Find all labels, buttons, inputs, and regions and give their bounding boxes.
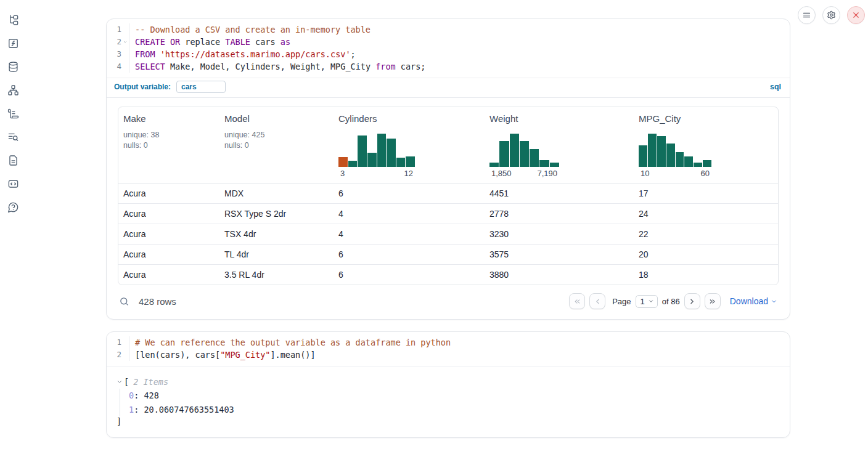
column-header-cylinders[interactable]: Cylinders312 [334,107,485,183]
next-page-button[interactable] [684,293,700,309]
table-cell: Acura [118,270,219,280]
table-cell: 4 [334,209,485,219]
fold-chevron-icon[interactable] [121,36,129,48]
column-header-model[interactable]: Modelunique: 425nulls: 0 [219,107,334,183]
code-line[interactable]: 1# We can reference the output variable … [107,336,790,349]
sql-cell: 1-- Download a CSV and create an in-memo… [106,18,790,320]
first-page-button[interactable] [569,293,585,309]
table-row[interactable]: AcuraTL 4dr6357520 [118,244,778,264]
hamburger-menu-icon [802,10,811,20]
table-row[interactable]: AcuraRSX Type S 2dr4277824 [118,203,778,224]
column-histogram: 1,8507,190 [489,134,559,178]
gear-icon [827,10,836,20]
histogram-bar [539,160,549,167]
variables-icon [7,38,19,49]
histogram-bar [348,161,358,167]
code-line[interactable]: 1-- Download a CSV and create an in-memo… [107,23,790,36]
histogram-bar [499,141,509,167]
code-line[interactable]: 2CREATE OR replace TABLE cars as [107,36,790,48]
chevrons-right-icon [708,297,716,305]
column-header-make[interactable]: Makeunique: 38nulls: 0 [118,107,219,183]
table-row[interactable]: AcuraMDX6445117 [118,183,778,203]
sidebar-button-documentation[interactable] [6,153,20,167]
python-cell: 1# We can reference the output variable … [106,331,790,438]
histogram-range-labels: 1,8507,190 [489,169,559,178]
histogram-bar [530,149,539,167]
table-cell: 3575 [485,249,634,259]
table-cell: RSX Type S 2dr [219,209,334,219]
histogram-bar [550,163,559,167]
output-tree-children: 0: 4281: 20.060747663551403 [120,389,779,416]
settings-button[interactable] [822,6,840,24]
line-number-gutter: 1 [107,336,129,349]
line-number-gutter: 2 [107,36,129,48]
results-table: Makeunique: 38nulls: 0Modelunique: 425nu… [118,107,779,285]
logs-icon [7,108,19,119]
histogram-bar [338,157,348,167]
column-header-weight[interactable]: Weight1,8507,190 [485,107,634,183]
table-row[interactable]: AcuraTSX 4dr4323022 [118,224,778,244]
sidebar-button-help[interactable] [6,200,20,214]
collapse-toggle-button[interactable] [117,379,123,385]
code-line[interactable]: 3FROM 'https://datasets.marimo.app/cars.… [107,48,790,60]
histogram-range-labels: 312 [338,169,415,178]
last-page-button[interactable] [705,293,721,309]
search-button[interactable] [119,296,129,307]
sidebar-button-file-explorer[interactable] [6,13,20,26]
menu-button[interactable] [798,6,816,24]
line-number-gutter: 3 [107,48,129,60]
code-line[interactable]: 2[len(cars), cars["MPG_City"].mean()] [107,349,790,361]
python-code-editor[interactable]: 1# We can reference the output variable … [107,332,790,366]
sql-code-editor[interactable]: 1-- Download a CSV and create an in-memo… [107,19,790,78]
table-cell: TL 4dr [219,249,334,259]
output-list-item: 0: 428 [129,389,779,403]
shutdown-button[interactable] [847,6,865,24]
sidebar-button-variables[interactable] [6,36,20,50]
sidebar-button-dependency-graph[interactable] [6,83,20,97]
previous-page-button[interactable] [589,293,605,309]
table-cell: 2778 [485,209,634,219]
download-button[interactable]: Download [730,296,777,306]
table-cell: Acura [118,229,219,239]
output-variable-label: Output variable: [114,83,171,91]
output-tree-head: [ 2 Items [117,375,779,389]
output-variable-input[interactable] [176,81,226,93]
table-row[interactable]: Acura3.5 RL 4dr6388018 [118,264,778,285]
open-bracket: [ [124,375,129,389]
datasources-icon [7,61,19,73]
histogram-bar [510,134,519,167]
scratchpad-search-icon [7,131,19,143]
sidebar-button-scratchpad-search[interactable] [6,130,20,144]
item-index: 0 [129,390,134,400]
table-cell: MDX [219,188,334,198]
output-variable-row: Output variable: sql [107,78,790,98]
output-list-item: 1: 20.060747663551403 [129,403,779,417]
column-header-mpg_city[interactable]: MPG_City1060 [634,107,778,183]
page-select[interactable]: 1 [636,295,658,308]
sidebar-button-datasources[interactable] [6,60,20,73]
table-cell: Acura [118,249,219,259]
column-title: Weight [489,113,629,124]
histogram-bar [406,156,415,167]
sidebar-icon-rail [0,0,26,214]
pagination: Page 1 of 86 Download [569,293,777,309]
histogram-bar [657,136,666,167]
item-value: 20.060747663551403 [144,405,234,415]
histogram-bar [387,139,396,167]
table-footer: 428 rows Page 1 of 86 [107,285,790,319]
table-cell: 3.5 RL 4dr [219,270,334,280]
table-header-row: Makeunique: 38nulls: 0Modelunique: 425nu… [118,107,778,183]
histogram-bar [684,156,693,167]
column-stats: unique: 425nulls: 0 [224,130,329,151]
table-body: AcuraMDX6445117AcuraRSX Type S 2dr427782… [118,183,778,285]
histogram-bar [639,145,647,167]
column-histogram: 1060 [639,134,711,178]
table-cell: 4 [334,229,485,239]
sidebar-button-snippets[interactable] [6,177,20,190]
python-output: [ 2 Items 0: 4281: 20.060747663551403 ] [107,366,790,437]
page-select-value: 1 [641,297,645,306]
line-number-gutter: 2 [107,349,129,361]
code-line[interactable]: 4SELECT Make, Model, Cylinders, Weight, … [107,60,790,73]
close-x-icon [851,10,861,20]
sidebar-button-logs[interactable] [6,107,20,120]
